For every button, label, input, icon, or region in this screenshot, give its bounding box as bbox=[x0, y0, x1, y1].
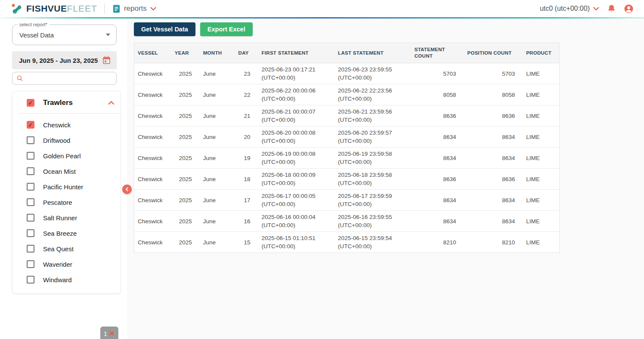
brand-name-secondary: FLEET bbox=[67, 3, 97, 13]
vessel-checkbox[interactable] bbox=[27, 198, 34, 206]
column-header-first-statement: FIRST STATEMENT bbox=[258, 46, 334, 60]
vessel-list-item[interactable]: Ocean Mist bbox=[12, 163, 121, 179]
cell-month: June bbox=[200, 110, 235, 122]
date-range-picker[interactable]: Jun 9, 2025 - Jun 23, 2025 bbox=[12, 51, 117, 69]
column-header-position-count: POSITION COUNT bbox=[464, 46, 523, 60]
chevron-down-icon bbox=[593, 7, 599, 11]
timezone-select[interactable]: utc0 (utc+00:00) bbox=[540, 5, 599, 12]
cell-product: LIME bbox=[523, 236, 559, 249]
cell-month: June bbox=[200, 236, 235, 249]
vessel-checkbox[interactable] bbox=[27, 229, 34, 237]
reports-menu[interactable]: reports bbox=[112, 4, 156, 13]
group-checkbox[interactable] bbox=[27, 99, 34, 107]
cell-statement-count: 8634 bbox=[411, 152, 464, 164]
vessel-list-card: Trawlers Cheswick Driftwood Golden Pearl bbox=[12, 91, 121, 294]
chevron-up-icon[interactable] bbox=[108, 101, 115, 105]
cell-statement-count: 8636 bbox=[411, 110, 464, 122]
cell-product: LIME bbox=[523, 131, 559, 143]
column-header-vessel: VESSEL bbox=[134, 46, 171, 60]
vessel-label: Waverider bbox=[43, 261, 72, 268]
column-header-year: YEAR bbox=[171, 46, 200, 60]
report-select-label: select report* bbox=[17, 22, 50, 27]
column-header-statement-count: STATEMENT COUNT bbox=[411, 43, 464, 63]
vessel-list-item[interactable]: Sea Quest bbox=[12, 241, 121, 256]
app-header: FISHVUEFLEET reports utc0 (utc+00:00) bbox=[0, 0, 644, 17]
vessel-list-item[interactable]: Cheswick bbox=[12, 117, 121, 133]
cell-month: June bbox=[200, 89, 235, 101]
vessel-label: Cheswick bbox=[43, 121, 71, 129]
close-icon[interactable]: ✕ bbox=[109, 330, 115, 337]
cell-product: LIME bbox=[523, 110, 559, 122]
cell-day: 16 bbox=[235, 215, 258, 228]
vessel-checkbox[interactable] bbox=[27, 245, 34, 253]
error-count-badge[interactable]: 1 ✕ bbox=[100, 327, 118, 339]
table-row: Cheswick 2025 June 17 2025-06-17 00:00:0… bbox=[134, 190, 559, 211]
vessel-checkbox[interactable] bbox=[27, 152, 34, 160]
vessel-checkbox[interactable] bbox=[27, 167, 34, 175]
column-header-day: DAY bbox=[235, 46, 258, 60]
vessel-label: Sea Breeze bbox=[43, 230, 77, 237]
vessel-group-row[interactable]: Trawlers bbox=[12, 96, 121, 109]
cell-day: 20 bbox=[235, 131, 258, 143]
cell-last-statement: 2025-06-18 23:59:58 (UTC+00:00) bbox=[334, 169, 411, 189]
cell-vessel: Cheswick bbox=[134, 236, 171, 249]
cell-first-statement: 2025-06-21 00:00:07 (UTC+00:00) bbox=[258, 105, 335, 126]
table-row: Cheswick 2025 June 21 2025-06-21 00:00:0… bbox=[134, 105, 559, 126]
vessel-checkbox[interactable] bbox=[27, 214, 34, 222]
get-vessel-data-button[interactable]: Get Vessel Data bbox=[134, 22, 195, 36]
vessel-list-item[interactable]: Sea Breeze bbox=[12, 225, 121, 241]
vessel-list-item[interactable]: Windward bbox=[12, 272, 121, 287]
select-dropdown-arrow-icon bbox=[106, 34, 110, 36]
vessel-list-item[interactable]: Waverider bbox=[12, 256, 121, 272]
cell-first-statement: 2025-06-19 00:00:08 (UTC+00:00) bbox=[258, 148, 335, 168]
error-count: 1 bbox=[104, 330, 107, 337]
cell-statement-count: 8634 bbox=[411, 131, 464, 143]
cell-statement-count: 8210 bbox=[411, 236, 464, 249]
cell-first-statement: 2025-06-23 00:17:21 (UTC+00:00) bbox=[258, 63, 335, 84]
export-excel-button[interactable]: Export Excel bbox=[200, 22, 253, 36]
vessel-checkbox[interactable] bbox=[27, 183, 34, 191]
chevron-left-icon bbox=[125, 187, 129, 191]
vessel-list-item[interactable]: Golden Pearl bbox=[12, 148, 121, 163]
cell-month: June bbox=[200, 152, 235, 164]
reports-menu-label: reports bbox=[124, 4, 147, 13]
vessel-list-item[interactable]: Driftwood bbox=[12, 133, 121, 148]
cell-day: 18 bbox=[235, 173, 258, 185]
vessel-checkbox[interactable] bbox=[27, 260, 34, 268]
cell-year: 2025 bbox=[171, 68, 200, 80]
cell-year: 2025 bbox=[171, 152, 200, 164]
sidebar-collapse-button[interactable] bbox=[122, 185, 132, 194]
column-header-last-statement: LAST STATEMENT bbox=[334, 46, 411, 60]
group-label: Trawlers bbox=[43, 99, 73, 107]
report-select[interactable]: select report* Vessel Data bbox=[12, 25, 117, 45]
table-row: Cheswick 2025 June 15 2025-06-15 01:10:5… bbox=[134, 232, 559, 253]
cell-month: June bbox=[200, 215, 235, 228]
vessel-list-item[interactable]: Pacific Hunter bbox=[12, 179, 121, 194]
vessel-checkbox[interactable] bbox=[27, 121, 34, 129]
cell-last-statement: 2025-06-17 23:59:59 (UTC+00:00) bbox=[334, 190, 411, 210]
cell-vessel: Cheswick bbox=[134, 131, 171, 143]
notifications-bell-icon[interactable] bbox=[607, 4, 616, 13]
calendar-icon bbox=[102, 55, 111, 65]
search-input[interactable] bbox=[26, 75, 113, 82]
cell-month: June bbox=[200, 173, 235, 185]
cell-product: LIME bbox=[523, 215, 559, 228]
vessel-list-item[interactable]: Salt Runner bbox=[12, 210, 121, 225]
cell-product: LIME bbox=[523, 173, 559, 185]
cell-vessel: Cheswick bbox=[134, 68, 171, 80]
cell-year: 2025 bbox=[171, 110, 200, 122]
column-header-month: MONTH bbox=[200, 46, 235, 60]
vessel-checkbox[interactable] bbox=[27, 136, 34, 144]
cell-day: 19 bbox=[235, 152, 258, 164]
cell-first-statement: 2025-06-17 00:00:05 (UTC+00:00) bbox=[258, 190, 335, 210]
cell-product: LIME bbox=[523, 194, 559, 206]
table-row: Cheswick 2025 June 19 2025-06-19 00:00:0… bbox=[134, 148, 559, 169]
vessel-list-item[interactable]: Pescatore bbox=[12, 194, 121, 210]
vessel-label: Golden Pearl bbox=[43, 152, 81, 160]
user-avatar-icon[interactable] bbox=[624, 4, 634, 14]
cell-product: LIME bbox=[523, 152, 559, 164]
vessel-checkbox[interactable] bbox=[27, 276, 34, 284]
document-icon bbox=[112, 4, 121, 13]
vessel-label: Windward bbox=[43, 276, 72, 284]
header-right: utc0 (utc+00:00) bbox=[540, 4, 634, 14]
